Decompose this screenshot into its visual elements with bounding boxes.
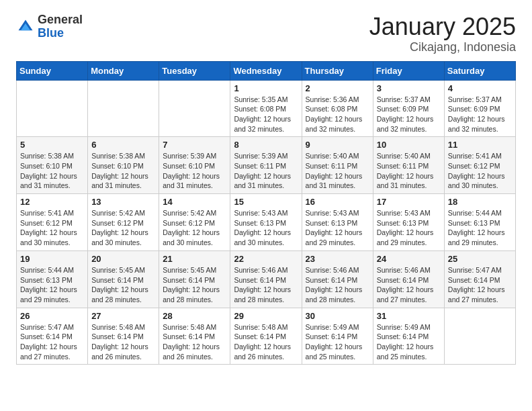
day-number: 4 xyxy=(448,83,512,93)
day-info: Sunrise: 5:43 AMSunset: 6:13 PMDaylight:… xyxy=(377,208,441,248)
calendar-week-row: 1Sunrise: 5:35 AMSunset: 6:08 PMDaylight… xyxy=(17,80,516,137)
calendar-cell: 8Sunrise: 5:39 AMSunset: 6:11 PMDaylight… xyxy=(230,137,302,194)
calendar-cell: 13Sunrise: 5:42 AMSunset: 6:12 PMDayligh… xyxy=(88,194,159,251)
weekday-label: Tuesday xyxy=(159,61,230,80)
day-info: Sunrise: 5:47 AMSunset: 6:14 PMDaylight:… xyxy=(20,322,84,362)
logo: General Blue xyxy=(16,13,83,40)
day-info: Sunrise: 5:48 AMSunset: 6:14 PMDaylight:… xyxy=(234,322,298,362)
calendar-cell: 6Sunrise: 5:38 AMSunset: 6:10 PMDaylight… xyxy=(88,137,159,194)
calendar-cell: 30Sunrise: 5:49 AMSunset: 6:14 PMDayligh… xyxy=(302,308,373,365)
day-number: 19 xyxy=(20,254,84,264)
calendar-week-row: 26Sunrise: 5:47 AMSunset: 6:14 PMDayligh… xyxy=(17,308,516,365)
day-info: Sunrise: 5:46 AMSunset: 6:14 PMDaylight:… xyxy=(377,265,441,305)
day-number: 7 xyxy=(163,140,226,150)
day-number: 10 xyxy=(377,140,441,150)
logo-general-text: General xyxy=(38,13,83,26)
logo-blue-text: Blue xyxy=(38,26,64,40)
day-number: 29 xyxy=(234,311,298,321)
calendar-cell: 26Sunrise: 5:47 AMSunset: 6:14 PMDayligh… xyxy=(17,308,88,365)
day-info: Sunrise: 5:37 AMSunset: 6:09 PMDaylight:… xyxy=(377,95,441,134)
day-info: Sunrise: 5:41 AMSunset: 6:12 PMDaylight:… xyxy=(20,208,84,248)
calendar-cell: 22Sunrise: 5:46 AMSunset: 6:14 PMDayligh… xyxy=(230,250,302,308)
calendar-week-row: 5Sunrise: 5:38 AMSunset: 6:10 PMDaylight… xyxy=(17,137,516,194)
day-number: 13 xyxy=(91,197,155,207)
day-info: Sunrise: 5:49 AMSunset: 6:14 PMDaylight:… xyxy=(306,322,369,362)
weekday-label: Monday xyxy=(88,61,159,80)
weekday-header-row: SundayMondayTuesdayWednesdayThursdayFrid… xyxy=(17,61,516,80)
title-block: January 2025 Cikajang, Indonesia xyxy=(369,13,516,54)
calendar-cell: 18Sunrise: 5:44 AMSunset: 6:13 PMDayligh… xyxy=(444,194,515,251)
weekday-label: Wednesday xyxy=(230,61,302,80)
day-info: Sunrise: 5:42 AMSunset: 6:12 PMDaylight:… xyxy=(91,208,155,248)
day-number: 27 xyxy=(91,311,155,321)
day-number: 9 xyxy=(306,140,369,150)
day-info: Sunrise: 5:46 AMSunset: 6:14 PMDaylight:… xyxy=(234,265,298,305)
day-info: Sunrise: 5:43 AMSunset: 6:13 PMDaylight:… xyxy=(306,208,369,248)
page-header: General Blue January 2025 Cikajang, Indo… xyxy=(16,13,516,54)
calendar-cell: 7Sunrise: 5:39 AMSunset: 6:10 PMDaylight… xyxy=(159,137,230,194)
day-number: 31 xyxy=(377,311,441,321)
day-info: Sunrise: 5:40 AMSunset: 6:11 PMDaylight:… xyxy=(306,151,369,191)
day-info: Sunrise: 5:45 AMSunset: 6:14 PMDaylight:… xyxy=(163,265,226,305)
day-number: 2 xyxy=(306,83,369,93)
day-info: Sunrise: 5:48 AMSunset: 6:14 PMDaylight:… xyxy=(163,322,226,362)
day-number: 15 xyxy=(234,197,298,207)
day-info: Sunrise: 5:44 AMSunset: 6:13 PMDaylight:… xyxy=(448,208,512,248)
calendar-cell: 12Sunrise: 5:41 AMSunset: 6:12 PMDayligh… xyxy=(17,194,88,251)
calendar-cell xyxy=(444,308,515,365)
day-info: Sunrise: 5:43 AMSunset: 6:13 PMDaylight:… xyxy=(234,208,298,248)
weekday-label: Saturday xyxy=(444,61,515,80)
calendar-cell: 17Sunrise: 5:43 AMSunset: 6:13 PMDayligh… xyxy=(373,194,444,251)
day-number: 28 xyxy=(163,311,226,321)
calendar-subtitle: Cikajang, Indonesia xyxy=(369,40,516,54)
calendar-body: 1Sunrise: 5:35 AMSunset: 6:08 PMDaylight… xyxy=(17,80,516,365)
calendar-cell: 21Sunrise: 5:45 AMSunset: 6:14 PMDayligh… xyxy=(159,250,230,308)
calendar-cell: 28Sunrise: 5:48 AMSunset: 6:14 PMDayligh… xyxy=(159,308,230,365)
day-number: 20 xyxy=(91,254,155,264)
day-info: Sunrise: 5:39 AMSunset: 6:11 PMDaylight:… xyxy=(234,151,298,191)
day-info: Sunrise: 5:47 AMSunset: 6:14 PMDaylight:… xyxy=(448,265,512,305)
day-info: Sunrise: 5:39 AMSunset: 6:10 PMDaylight:… xyxy=(163,151,226,191)
day-info: Sunrise: 5:35 AMSunset: 6:08 PMDaylight:… xyxy=(234,95,298,134)
day-number: 6 xyxy=(91,140,155,150)
day-number: 8 xyxy=(234,140,298,150)
calendar-cell: 24Sunrise: 5:46 AMSunset: 6:14 PMDayligh… xyxy=(373,250,444,308)
day-number: 17 xyxy=(377,197,441,207)
weekday-label: Friday xyxy=(373,61,444,80)
day-number: 22 xyxy=(234,254,298,264)
calendar-cell: 11Sunrise: 5:41 AMSunset: 6:12 PMDayligh… xyxy=(444,137,515,194)
calendar-cell: 16Sunrise: 5:43 AMSunset: 6:13 PMDayligh… xyxy=(302,194,373,251)
day-info: Sunrise: 5:45 AMSunset: 6:14 PMDaylight:… xyxy=(91,265,155,305)
calendar-cell: 3Sunrise: 5:37 AMSunset: 6:09 PMDaylight… xyxy=(373,80,444,137)
calendar-title: January 2025 xyxy=(369,13,516,40)
calendar-week-row: 12Sunrise: 5:41 AMSunset: 6:12 PMDayligh… xyxy=(17,194,516,251)
day-number: 16 xyxy=(306,197,369,207)
day-info: Sunrise: 5:44 AMSunset: 6:13 PMDaylight:… xyxy=(20,265,84,305)
calendar-cell xyxy=(88,80,159,137)
day-number: 30 xyxy=(306,311,369,321)
calendar-cell: 31Sunrise: 5:49 AMSunset: 6:14 PMDayligh… xyxy=(373,308,444,365)
weekday-label: Thursday xyxy=(302,61,373,80)
calendar-cell xyxy=(17,80,88,137)
day-number: 3 xyxy=(377,83,441,93)
day-info: Sunrise: 5:38 AMSunset: 6:10 PMDaylight:… xyxy=(20,151,84,191)
calendar-cell: 15Sunrise: 5:43 AMSunset: 6:13 PMDayligh… xyxy=(230,194,302,251)
day-info: Sunrise: 5:40 AMSunset: 6:11 PMDaylight:… xyxy=(377,151,441,191)
calendar-cell: 1Sunrise: 5:35 AMSunset: 6:08 PMDaylight… xyxy=(230,80,302,137)
day-info: Sunrise: 5:46 AMSunset: 6:14 PMDaylight:… xyxy=(306,265,369,305)
day-info: Sunrise: 5:37 AMSunset: 6:09 PMDaylight:… xyxy=(448,95,512,134)
day-number: 18 xyxy=(448,197,512,207)
day-number: 1 xyxy=(234,83,298,93)
calendar-cell xyxy=(159,80,230,137)
calendar-cell: 9Sunrise: 5:40 AMSunset: 6:11 PMDaylight… xyxy=(302,137,373,194)
calendar-cell: 2Sunrise: 5:36 AMSunset: 6:08 PMDaylight… xyxy=(302,80,373,137)
calendar-cell: 27Sunrise: 5:48 AMSunset: 6:14 PMDayligh… xyxy=(88,308,159,365)
calendar-cell: 5Sunrise: 5:38 AMSunset: 6:10 PMDaylight… xyxy=(17,137,88,194)
calendar-cell: 10Sunrise: 5:40 AMSunset: 6:11 PMDayligh… xyxy=(373,137,444,194)
calendar-cell: 14Sunrise: 5:42 AMSunset: 6:12 PMDayligh… xyxy=(159,194,230,251)
day-info: Sunrise: 5:38 AMSunset: 6:10 PMDaylight:… xyxy=(91,151,155,191)
calendar-cell: 29Sunrise: 5:48 AMSunset: 6:14 PMDayligh… xyxy=(230,308,302,365)
day-info: Sunrise: 5:36 AMSunset: 6:08 PMDaylight:… xyxy=(306,95,369,134)
day-number: 21 xyxy=(163,254,226,264)
calendar-cell: 25Sunrise: 5:47 AMSunset: 6:14 PMDayligh… xyxy=(444,250,515,308)
